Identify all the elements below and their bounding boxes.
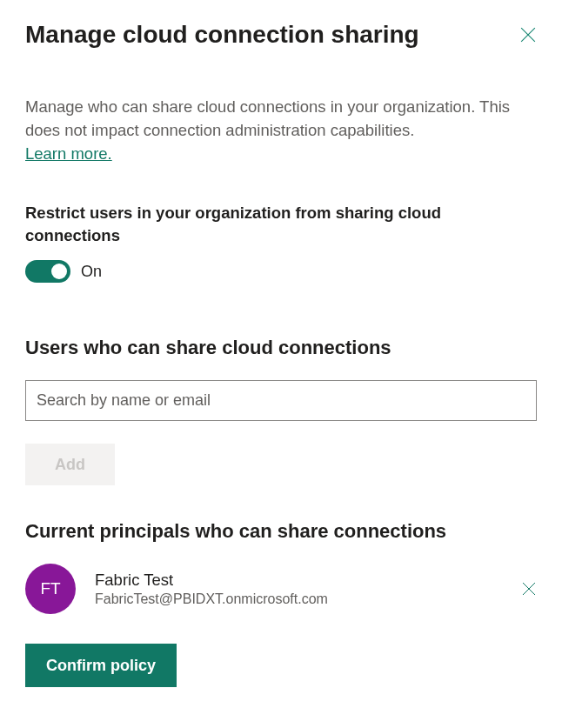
learn-more-link[interactable]: Learn more. bbox=[25, 144, 112, 164]
principal-info: Fabric Test FabricTest@PBIDXT.onmicrosof… bbox=[95, 571, 502, 607]
toggle-state-label: On bbox=[81, 263, 102, 281]
close-icon[interactable] bbox=[519, 26, 537, 43]
search-input[interactable] bbox=[25, 380, 537, 421]
principal-email: FabricTest@PBIDXT.onmicrosoft.com bbox=[95, 591, 502, 607]
users-section-heading: Users who can share cloud connections bbox=[25, 337, 537, 359]
principals-section-heading: Current principals who can share connect… bbox=[25, 520, 537, 543]
restrict-label: Restrict users in your organization from… bbox=[25, 202, 537, 247]
principal-name: Fabric Test bbox=[95, 571, 502, 590]
restrict-toggle[interactable] bbox=[25, 260, 70, 283]
remove-principal-icon[interactable] bbox=[521, 581, 537, 597]
add-button[interactable]: Add bbox=[25, 444, 115, 485]
confirm-policy-button[interactable]: Confirm policy bbox=[25, 644, 177, 687]
toggle-knob bbox=[51, 264, 67, 279]
dialog-description: Manage who can share cloud connections i… bbox=[25, 96, 537, 143]
principal-row: FT Fabric Test FabricTest@PBIDXT.onmicro… bbox=[25, 564, 537, 614]
avatar: FT bbox=[25, 564, 76, 614]
dialog-title: Manage cloud connection sharing bbox=[25, 21, 419, 49]
